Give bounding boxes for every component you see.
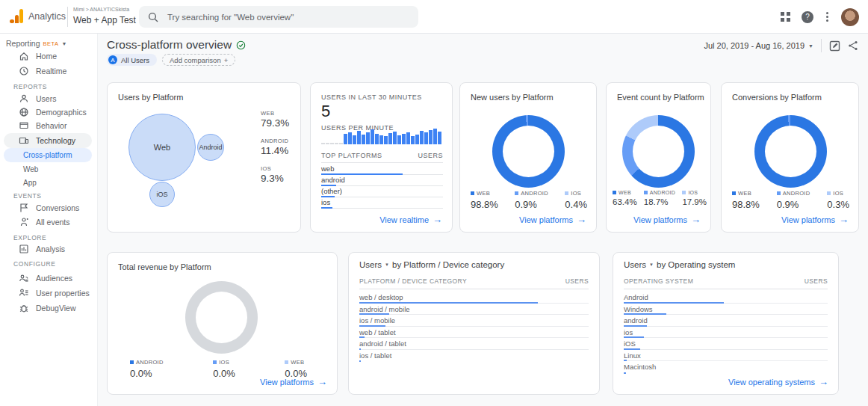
realtime-platform-rows: web android (other) ios bbox=[321, 164, 443, 209]
sidebar-item-users[interactable]: Users bbox=[0, 91, 96, 106]
realtime-users-count: 5 bbox=[321, 102, 330, 121]
sidebar-section-explore: EXPLORE bbox=[13, 234, 46, 242]
table-row: ios bbox=[624, 327, 828, 339]
sidebar-item-realtime[interactable]: Realtime bbox=[0, 64, 96, 79]
sidebar-section-reports: REPORTS bbox=[13, 83, 47, 90]
card-realtime: USERS IN LAST 30 MINUTES 5 USERS PER MIN… bbox=[310, 82, 453, 233]
view-platforms-link[interactable]: View platforms→ bbox=[781, 214, 849, 225]
card-users-by-platform-device: Users ▼ by Platform / Device category PL… bbox=[348, 252, 600, 395]
card-title: New users by Platform bbox=[471, 93, 554, 102]
table-rows: web / desktop android / mobile ios / mob… bbox=[359, 292, 589, 361]
globe-icon bbox=[19, 107, 29, 117]
flag-icon bbox=[19, 203, 29, 213]
card-new-users-by-platform: New users by Platform WEB98.8% ANDROID0.… bbox=[459, 82, 597, 233]
table-row: Linux bbox=[624, 350, 828, 362]
card-title: Users ▼ by Operating system bbox=[624, 260, 735, 269]
avatar[interactable] bbox=[841, 8, 859, 26]
audiences-icon bbox=[19, 273, 29, 283]
help-icon[interactable]: ? bbox=[802, 11, 813, 23]
main-content: Cross-platform overview Jul 20, 2019 - A… bbox=[98, 34, 868, 406]
sidebar-section-configure: CONFIGURE bbox=[13, 260, 55, 268]
property-name: Web + App Test bbox=[73, 15, 136, 25]
card-title: Users ▼ by Platform / Device category bbox=[359, 260, 504, 269]
beta-badge: BETA bbox=[43, 40, 59, 47]
apps-grid-icon[interactable] bbox=[781, 12, 790, 22]
table-row: ios / tablet bbox=[359, 350, 589, 362]
view-platforms-link[interactable]: View platforms→ bbox=[633, 214, 701, 225]
table-rows: Android Windows android ios iOS Linux Ma… bbox=[624, 292, 828, 373]
property-selector[interactable]: Web + App Test ▼ bbox=[73, 15, 145, 25]
realtime-title: USERS IN LAST 30 MINUTES bbox=[321, 93, 422, 101]
sidebar-item-app[interactable]: App bbox=[0, 176, 96, 190]
table-row: Macintosh bbox=[624, 361, 828, 373]
sidebar-item-analysis[interactable]: Analysis bbox=[0, 242, 96, 256]
chevron-down-icon: ▼ bbox=[808, 43, 813, 49]
table-row: android bbox=[321, 175, 443, 186]
card-event-count-by-platform: Event count by Platform WEB63.4% ANDROID… bbox=[606, 82, 711, 233]
chevron-down-icon: ▼ bbox=[62, 41, 67, 46]
view-realtime-link[interactable]: View realtime→ bbox=[379, 214, 442, 225]
devices-icon bbox=[19, 135, 29, 146]
table-row: web / tablet bbox=[359, 327, 589, 339]
table-row: ios / mobile bbox=[359, 315, 589, 327]
sidebar-item-demographics[interactable]: Demographics bbox=[0, 105, 96, 120]
metric-selector[interactable]: Users bbox=[359, 260, 382, 269]
donut-chart[interactable] bbox=[754, 115, 827, 188]
view-operating-systems-link[interactable]: View operating systems→ bbox=[728, 376, 828, 387]
all-users-badge: A bbox=[108, 55, 117, 64]
donut-legend: WEB98.8% ANDROID0.9% IOS0.4% bbox=[471, 190, 587, 210]
search-placeholder: Try searching for "Web overview" bbox=[167, 13, 294, 22]
arrow-right-icon: → bbox=[577, 214, 586, 225]
sidebar-item-home[interactable]: Home bbox=[0, 49, 96, 64]
more-options-icon[interactable] bbox=[825, 12, 830, 22]
sidebar-item-behavior[interactable]: Behavior bbox=[0, 118, 96, 133]
card-conversions-by-platform: Conversions by Platform WEB98.8% ANDROID… bbox=[721, 82, 859, 233]
search-input[interactable]: Try searching for "Web overview" bbox=[139, 6, 418, 28]
clock-icon bbox=[19, 66, 29, 76]
view-platforms-link[interactable]: View platforms→ bbox=[519, 214, 586, 225]
donut-chart[interactable] bbox=[185, 281, 258, 354]
sidebar-section-events: EVENTS bbox=[13, 192, 42, 200]
all-users-chip[interactable]: A All Users bbox=[107, 54, 157, 66]
sidebar-item-audiences[interactable]: Audiences bbox=[0, 271, 96, 286]
edit-dashboard-icon[interactable] bbox=[829, 40, 840, 52]
realtime-table-header: TOP PLATFORMS USERS bbox=[321, 152, 443, 163]
sidebar-item-web[interactable]: Web bbox=[0, 162, 96, 176]
analysis-icon bbox=[19, 244, 29, 254]
reporting-selector[interactable]: Reporting BETA ▼ bbox=[6, 39, 67, 48]
sidebar-item-technology[interactable]: Technology bbox=[4, 133, 92, 148]
view-platforms-link[interactable]: View platforms→ bbox=[260, 376, 327, 387]
table-row: web bbox=[321, 164, 443, 175]
plus-icon: + bbox=[224, 56, 229, 64]
table-row: ios bbox=[321, 197, 443, 209]
page-title: Cross-platform overview bbox=[107, 38, 246, 52]
analytics-logo-icon[interactable] bbox=[10, 9, 24, 24]
chevron-down-icon: ▼ bbox=[649, 262, 654, 267]
card-title: Event count by Platform bbox=[617, 93, 704, 102]
reporting-label: Reporting bbox=[6, 39, 40, 48]
bubble-android[interactable]: Android bbox=[197, 134, 224, 161]
donut-chart[interactable] bbox=[492, 115, 565, 188]
sidebar-item-conversions[interactable]: Conversions bbox=[0, 200, 96, 215]
bubble-ios[interactable]: iOS bbox=[149, 182, 175, 207]
add-comparison-chip[interactable]: Add comparison + bbox=[162, 54, 235, 66]
verified-icon bbox=[236, 40, 246, 50]
table-row: iOS bbox=[624, 338, 828, 350]
sidebar-item-user-properties[interactable]: User properties bbox=[0, 286, 96, 301]
card-users-by-operating-system: Users ▼ by Operating system OPERATING SY… bbox=[613, 252, 839, 395]
table-row: (other) bbox=[321, 186, 443, 197]
metric-selector[interactable]: Users bbox=[624, 260, 646, 269]
table-header: PLATFORM / DEVICE CATEGORY USERS bbox=[359, 277, 589, 289]
card-title: Conversions by Platform bbox=[732, 93, 822, 102]
bubble-web[interactable]: Web bbox=[128, 114, 196, 181]
donut-legend: WEB98.8% ANDROID0.9% IOS0.3% bbox=[732, 190, 849, 210]
date-range-selector[interactable]: Jul 20, 2019 - Aug 16, 2019 ▼ bbox=[704, 41, 814, 50]
sidebar-item-all-events[interactable]: All events bbox=[0, 215, 96, 230]
donut-chart[interactable] bbox=[622, 115, 695, 188]
users-per-minute-chart bbox=[321, 128, 444, 144]
share-icon[interactable] bbox=[848, 40, 858, 51]
home-icon bbox=[19, 51, 29, 61]
sidebar-item-cross-platform[interactable]: Cross-platform bbox=[4, 148, 92, 162]
user-properties-icon bbox=[19, 288, 29, 298]
sidebar-item-debugview[interactable]: DebugView bbox=[0, 301, 96, 316]
